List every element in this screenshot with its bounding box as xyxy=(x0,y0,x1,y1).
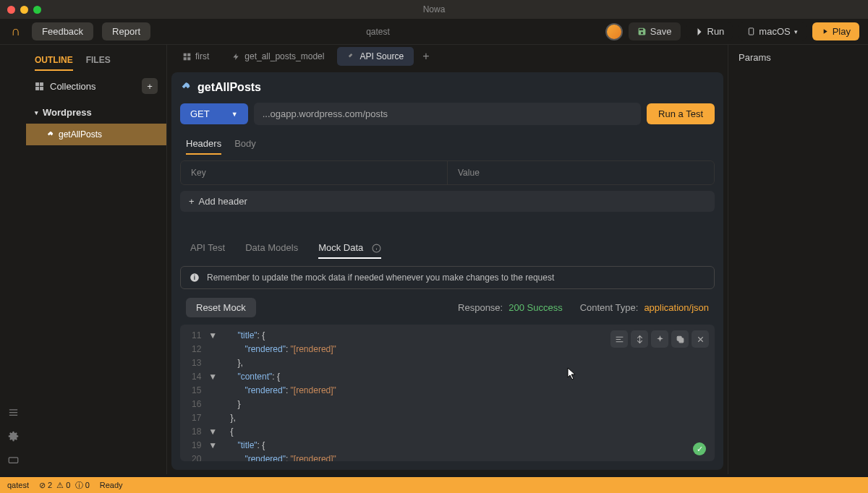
api-title-text: getAllPosts xyxy=(197,81,261,94)
sidebar-folder-wordpress[interactable]: ▾ Wordpress xyxy=(26,101,166,124)
editor-tabs: first get_all_posts_model API Source + xyxy=(167,45,728,68)
project-name: qatest xyxy=(159,27,597,37)
play-label: Play xyxy=(833,26,851,37)
close-button[interactable] xyxy=(692,330,709,348)
collections-label: Collections xyxy=(50,81,96,92)
svg-rect-8 xyxy=(187,53,190,56)
keyboard-icon[interactable] xyxy=(8,455,19,466)
grid-icon xyxy=(183,53,191,61)
code-editor[interactable]: 11121314151617181920212223242526▼ "title… xyxy=(180,325,715,461)
copy-button[interactable] xyxy=(671,330,689,348)
response-info: Response: 200 Success Content Type: appl… xyxy=(458,302,709,313)
rocket-icon xyxy=(347,53,355,61)
feedback-button[interactable]: Feedback xyxy=(32,22,93,40)
tab-data-models[interactable]: Data Models xyxy=(245,238,298,259)
titlebar: Nowa xyxy=(0,0,868,19)
svg-rect-10 xyxy=(187,57,190,60)
status-diagnostics[interactable]: ⊘ 2 ⚠ 0 ⓘ 0 xyxy=(39,480,90,491)
status-project: qatest xyxy=(7,481,29,489)
rocket-icon xyxy=(180,82,192,93)
svg-rect-9 xyxy=(184,57,187,60)
reset-mock-button[interactable]: Reset Mock xyxy=(186,298,256,317)
api-panel: getAllPosts GET▼ Run a Test Headers Body… xyxy=(171,72,723,470)
content-type-label: Content Type: xyxy=(580,302,639,313)
method-label: GET xyxy=(190,108,210,119)
response-label: Response: xyxy=(458,302,503,313)
run-button[interactable]: Run xyxy=(686,22,733,40)
icon-rail xyxy=(0,45,26,474)
tab-files[interactable]: FILES xyxy=(86,51,111,71)
add-tab-button[interactable]: + xyxy=(417,47,435,66)
svg-rect-4 xyxy=(41,82,43,85)
run-label: Run xyxy=(707,26,725,37)
bolt-icon xyxy=(232,53,240,61)
tab-headers[interactable]: Headers xyxy=(186,134,221,155)
svg-rect-5 xyxy=(36,87,39,90)
header-key-col: Key xyxy=(181,161,448,184)
save-label: Save xyxy=(650,26,672,37)
add-collection-button[interactable]: + xyxy=(142,78,158,94)
close-window-icon[interactable] xyxy=(7,6,15,14)
add-header-button[interactable]: +Add header xyxy=(180,191,715,212)
platform-label: macOS xyxy=(759,26,790,37)
right-panel: Params xyxy=(728,45,868,474)
expand-button[interactable] xyxy=(631,330,648,348)
content-type-value: application/json xyxy=(644,302,709,313)
svg-rect-6 xyxy=(41,87,43,90)
svg-rect-7 xyxy=(184,53,187,56)
topbar: ∩ Feedback Report qatest Save Run macOS▾… xyxy=(0,19,868,45)
content-area: first get_all_posts_model API Source + g… xyxy=(167,45,728,474)
tab-outline[interactable]: OUTLINE xyxy=(35,51,73,71)
platform-select[interactable]: macOS▾ xyxy=(739,22,806,40)
mock-data-label: Mock Data xyxy=(318,242,363,253)
tab-label: get_all_posts_model xyxy=(244,51,324,61)
window-title: Nowa xyxy=(423,4,446,14)
info-bar: i Remember to update the mock data if ne… xyxy=(180,266,715,289)
collections-icon xyxy=(35,82,44,91)
api-title: getAllPosts xyxy=(180,81,715,94)
tab-body[interactable]: Body xyxy=(234,134,256,155)
minimize-window-icon[interactable] xyxy=(20,6,28,14)
report-button[interactable]: Report xyxy=(102,22,150,40)
info-icon xyxy=(372,244,381,253)
traffic-lights xyxy=(7,6,41,14)
menu-icon[interactable] xyxy=(8,407,19,418)
svg-rect-0 xyxy=(749,28,754,35)
tab-mock-data[interactable]: Mock Data xyxy=(318,238,381,259)
save-button[interactable]: Save xyxy=(629,22,681,40)
tab-label: API Source xyxy=(359,51,404,61)
settings-icon[interactable] xyxy=(8,431,19,442)
response-value: 200 Success xyxy=(509,302,562,313)
sidebar-item-label: getAllPosts xyxy=(59,129,102,140)
sidebar: OUTLINE FILES Collections + ▾ Wordpress … xyxy=(26,45,167,474)
status-ready: Ready xyxy=(100,481,123,489)
method-select[interactable]: GET▼ xyxy=(180,103,248,124)
tab-label: first xyxy=(195,51,209,61)
url-input[interactable] xyxy=(254,103,641,125)
statusbar: qatest ⊘ 2 ⚠ 0 ⓘ 0 Ready xyxy=(0,477,868,493)
avatar[interactable] xyxy=(605,23,623,40)
add-header-label: Add header xyxy=(199,196,247,207)
valid-icon: ✓ xyxy=(693,442,706,455)
svg-rect-17 xyxy=(677,336,681,340)
tab-model[interactable]: get_all_posts_model xyxy=(222,47,334,66)
svg-rect-2 xyxy=(9,458,18,463)
folder-label: Wordpress xyxy=(43,107,92,118)
run-test-button[interactable]: Run a Test xyxy=(647,103,715,124)
rocket-icon xyxy=(46,131,54,139)
sparkle-button[interactable] xyxy=(651,330,668,348)
tab-params[interactable]: Params xyxy=(728,45,868,70)
tab-api-test[interactable]: API Test xyxy=(190,238,225,259)
app-logo-icon[interactable]: ∩ xyxy=(9,25,23,39)
headers-table: Key Value xyxy=(180,160,715,185)
code-toolbar xyxy=(610,330,709,348)
maximize-window-icon[interactable] xyxy=(33,6,41,14)
tab-first[interactable]: first xyxy=(173,47,219,66)
info-text: Remember to update the mock data if need… xyxy=(207,273,554,283)
sidebar-item-getallposts[interactable]: getAllPosts xyxy=(26,124,166,145)
play-button[interactable]: Play xyxy=(812,22,859,40)
collections-header: Collections + xyxy=(26,71,166,101)
tab-api-source[interactable]: API Source xyxy=(337,47,414,66)
svg-rect-3 xyxy=(36,82,39,85)
format-button[interactable] xyxy=(610,330,628,348)
